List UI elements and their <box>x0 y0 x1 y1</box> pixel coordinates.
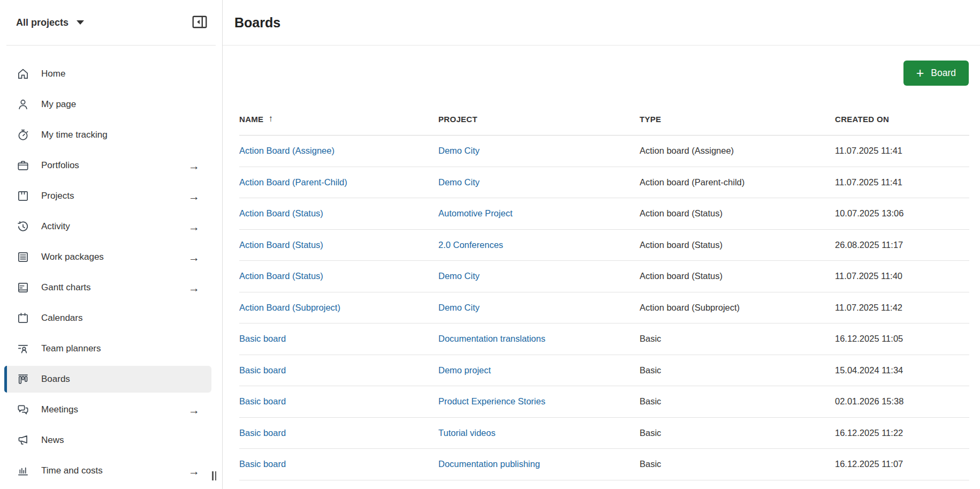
board-type: Basic <box>640 396 835 407</box>
expand-arrow-icon[interactable]: → <box>188 282 200 294</box>
megaphone-icon <box>16 433 30 447</box>
sidebar: All projects Home <box>0 0 223 489</box>
project-link[interactable]: Documentation translations <box>438 334 545 343</box>
board-type: Action board (Subproject) <box>640 303 835 313</box>
project-link[interactable]: Demo City <box>438 271 480 281</box>
created-on: 10.07.2025 13:06 <box>835 208 969 219</box>
board-name-link[interactable]: Basic board <box>239 396 286 406</box>
created-on: 15.04.2024 11:34 <box>835 365 969 375</box>
table-row: Basic board Documentation translations B… <box>239 324 969 355</box>
created-on: 26.08.2025 11:17 <box>835 240 969 250</box>
sidebar-item-news[interactable]: News <box>4 427 211 454</box>
home-icon <box>16 67 30 81</box>
project-link[interactable]: Demo project <box>438 365 491 375</box>
board-name-link[interactable]: Action Board (Status) <box>239 240 323 250</box>
sidebar-resize-handle[interactable] <box>210 469 218 483</box>
expand-arrow-icon[interactable]: → <box>188 191 200 202</box>
sidebar-item-my-page[interactable]: My page <box>4 91 211 118</box>
team-planner-icon <box>16 342 30 356</box>
board-type: Action board (Assignee) <box>640 146 835 156</box>
kanban-board-icon <box>16 372 30 386</box>
sidebar-item-team-planners[interactable]: Team planners <box>4 335 211 362</box>
table-header-row: NAME ↑ PROJECT TYPE CREATED ON <box>239 103 969 136</box>
created-on: 11.07.2025 11:41 <box>835 177 969 187</box>
expand-arrow-icon[interactable]: → <box>188 252 200 263</box>
board-name-link[interactable]: Basic board <box>239 459 286 469</box>
sidebar-item-my-time-tracking[interactable]: My time tracking <box>4 122 211 148</box>
project-link[interactable]: Demo City <box>438 177 480 187</box>
board-type: Action board (Status) <box>640 271 835 281</box>
sidebar-item-meetings[interactable]: Meetings → <box>4 396 211 423</box>
sidebar-item-portfolios[interactable]: Portfolios → <box>4 152 211 179</box>
board-name-link[interactable]: Action Board (Status) <box>239 271 323 281</box>
column-header-created-on[interactable]: CREATED ON <box>835 115 969 124</box>
speech-bubbles-icon <box>16 403 30 417</box>
project-link[interactable]: Demo City <box>438 146 480 155</box>
sidebar-item-work-packages[interactable]: Work packages → <box>4 244 211 270</box>
expand-arrow-icon[interactable]: → <box>188 221 200 232</box>
project-link[interactable]: Tutorial videos <box>438 428 496 438</box>
board-name-link[interactable]: Action Board (Status) <box>239 208 323 218</box>
chevron-down-icon <box>77 20 84 25</box>
board-name-link[interactable]: Action Board (Parent-Child) <box>239 177 347 187</box>
board-type: Basic <box>640 459 835 469</box>
column-header-type[interactable]: TYPE <box>640 115 835 124</box>
sort-ascending-icon: ↑ <box>268 114 273 124</box>
sidebar-item-label: Boards <box>41 374 70 385</box>
table-row: Action Board (Status) Automotive Project… <box>239 198 969 230</box>
sidebar-item-label: Projects <box>41 191 74 201</box>
calendar-icon <box>16 311 30 325</box>
collapse-sidebar-button[interactable] <box>189 13 210 32</box>
board-name-link[interactable]: Basic board <box>239 334 286 343</box>
boards-table: NAME ↑ PROJECT TYPE CREATED ON Action Bo… <box>239 103 969 480</box>
sidebar-item-label: Portfolios <box>41 160 79 171</box>
column-header-project[interactable]: PROJECT <box>438 115 640 124</box>
page-title: Boards <box>234 15 280 31</box>
stopwatch-icon <box>16 128 30 142</box>
briefcase-icon <box>16 159 30 172</box>
board-name-link[interactable]: Basic board <box>239 365 286 375</box>
board-name-link[interactable]: Action Board (Assignee) <box>239 146 335 155</box>
main-content: Boards + Board NAME ↑ PROJECT TYPE CREAT… <box>223 0 980 489</box>
column-header-name[interactable]: NAME ↑ <box>239 114 438 124</box>
project-selector[interactable]: All projects <box>16 17 84 28</box>
project-link[interactable]: Automotive Project <box>438 208 512 218</box>
sidebar-item-label: News <box>41 435 64 446</box>
board-type: Action board (Status) <box>640 240 835 250</box>
board-name-link[interactable]: Basic board <box>239 428 286 438</box>
project-link[interactable]: Documentation publishing <box>438 459 540 469</box>
app-window: All projects Home <box>0 0 980 489</box>
created-on: 11.07.2025 11:42 <box>835 303 969 313</box>
board-name-link[interactable]: Action Board (Subproject) <box>239 303 340 312</box>
sidebar-item-label: Team planners <box>41 343 101 354</box>
expand-arrow-icon[interactable]: → <box>188 465 200 477</box>
sidebar-nav: Home My page My time tracking Portfolios <box>0 46 222 484</box>
project-link[interactable]: Product Experience Stories <box>438 396 545 406</box>
table-row: Action Board (Parent-Child) Demo City Ac… <box>239 167 969 199</box>
sidebar-item-calendars[interactable]: Calendars <box>4 305 211 332</box>
toolbar: + Board <box>223 46 980 86</box>
project-link[interactable]: 2.0 Conferences <box>438 240 503 250</box>
sidebar-item-home[interactable]: Home <box>4 61 211 87</box>
project-link[interactable]: Demo City <box>438 303 480 312</box>
table-row: Basic board Documentation publishing Bas… <box>239 449 969 480</box>
sidebar-item-projects[interactable]: Projects → <box>4 183 211 209</box>
sidebar-item-activity[interactable]: Activity → <box>4 213 211 240</box>
sidebar-item-gantt-charts[interactable]: Gantt charts → <box>4 274 211 301</box>
add-board-button[interactable]: + Board <box>903 61 969 86</box>
sidebar-item-time-and-costs[interactable]: Time and costs → <box>4 457 211 484</box>
created-on: 16.12.2025 11:07 <box>835 459 969 469</box>
created-on: 16.12.2025 11:22 <box>835 428 969 438</box>
table-row: Action Board (Subproject) Demo City Acti… <box>239 292 969 324</box>
expand-arrow-icon[interactable]: → <box>188 160 200 171</box>
add-board-button-label: Board <box>931 67 956 79</box>
created-on: 11.07.2025 11:40 <box>835 271 969 281</box>
gantt-chart-icon <box>16 281 30 295</box>
document-lines-icon <box>16 250 30 264</box>
table-row: Action Board (Status) Demo City Action b… <box>239 261 969 292</box>
expand-arrow-icon[interactable]: → <box>188 404 200 416</box>
sidebar-item-label: Calendars <box>41 313 83 324</box>
sidebar-item-label: Work packages <box>41 252 104 262</box>
table-row: Basic board Product Experience Stories B… <box>239 386 969 418</box>
sidebar-item-boards[interactable]: Boards <box>4 366 211 393</box>
